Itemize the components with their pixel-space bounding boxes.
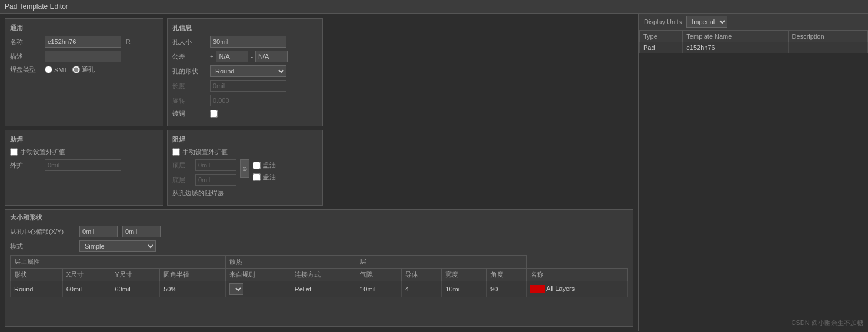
template-row-desc [788, 42, 867, 53]
offset-y-input[interactable] [122, 226, 161, 237]
solder-mask-section: 阻焊 手动设置外扩值 顶层 底层 [167, 130, 323, 206]
smt-radio-label[interactable]: SMT [45, 66, 68, 73]
desc-input[interactable] [45, 51, 121, 62]
solder-paste-title: 助焊 [10, 135, 158, 144]
display-units-label: Display Units [644, 18, 682, 25]
tolerance-minus-input[interactable] [255, 51, 288, 62]
tolerance-row: + - [210, 51, 288, 62]
mode-select[interactable]: Simple [79, 240, 156, 252]
header-angle: 角度 [487, 269, 527, 281]
header-width: 宽度 [442, 269, 487, 281]
bottom-layer-label: 底层 [172, 176, 193, 185]
header-name: 名称 [527, 269, 628, 281]
header-connection: 连接方式 [291, 269, 356, 281]
left-panel: 通用 名称 R 描述 焊盘类型 SMT [0, 14, 639, 331]
pad-type-label: 焊盘类型 [10, 65, 42, 74]
mask-manual-checkbox[interactable] [172, 148, 180, 156]
offset-x-input[interactable] [79, 226, 118, 237]
minus-label: - [251, 53, 253, 60]
top-solder-label: 盖油 [263, 161, 276, 170]
tolerance-plus-input[interactable] [216, 51, 248, 62]
header-fromrule: 来自规则 [225, 269, 291, 281]
plus-label: + [210, 53, 213, 60]
cell-ysize: 60mil [111, 281, 160, 297]
paste-manual-label: 手动设置外扩值 [20, 147, 65, 156]
paste-expansion-label: 外扩 [10, 161, 42, 170]
table-row: Round 60mil 60mil 50% ✓ Relief 10mil 4 1… [11, 281, 628, 297]
link-icon: ⊕ [240, 159, 249, 178]
hole-info-section: 孔信息 孔大小 公差 + - 孔的形状 [167, 18, 323, 126]
name-suffix: R [126, 38, 131, 45]
top-layer-label: 顶层 [172, 161, 193, 170]
cell-shape: Round [11, 281, 63, 297]
general-title: 通用 [10, 24, 158, 32]
cell-conductors: 4 [401, 281, 441, 297]
mask-manual-label: 手动设置外扩值 [182, 147, 228, 156]
layer-properties-header: 层上属性 [11, 256, 226, 269]
template-table: Type Template Name Description Pad c152h… [639, 31, 868, 53]
right-panel: Display Units Imperial Type Template Nam… [639, 14, 868, 331]
app-title: Pad Template Editor [5, 2, 68, 11]
layer-color-swatch [530, 285, 545, 293]
length-input [210, 80, 286, 92]
cell-airgap: 10mil [356, 281, 402, 297]
name-input[interactable] [45, 36, 121, 48]
top-solder-checkbox[interactable] [253, 162, 261, 169]
col-description: Description [788, 31, 867, 42]
header-xsize: X尺寸 [62, 269, 111, 281]
fromrule-dropdown[interactable]: ✓ [229, 283, 243, 295]
header-airgap: 气隙 [356, 269, 402, 281]
rotation-label: 旋转 [172, 96, 208, 105]
paste-manual-checkbox[interactable] [10, 148, 18, 156]
cell-angle: 90 [487, 281, 527, 297]
hole-info-title: 孔信息 [172, 24, 318, 32]
display-units-select[interactable]: Imperial [686, 16, 727, 28]
cell-width: 10mil [442, 281, 487, 297]
name-label: 名称 [10, 38, 42, 46]
template-row: Pad c152hn76 [640, 42, 868, 53]
solder-mask-title: 阻焊 [172, 135, 318, 144]
general-section: 通用 名称 R 描述 焊盘类型 SMT [5, 18, 163, 126]
pad-type-group: SMT 通孔 [45, 65, 95, 74]
layer-header: 层 [356, 256, 527, 269]
solder-paste-section: 助焊 手动设置外扩值 外扩 [5, 130, 163, 206]
plated-checkbox[interactable] [210, 110, 218, 118]
thermal-header: 散热 [225, 256, 356, 269]
hole-size-input[interactable] [210, 36, 286, 48]
bottom-solder-checkbox[interactable] [253, 173, 261, 181]
from-edge-label: 从孔边缘的阻焊层 [172, 189, 224, 197]
header-corner: 圆角半径 [160, 269, 225, 281]
paste-expansion-input [45, 159, 121, 171]
desc-label: 描述 [10, 52, 42, 61]
col-type: Type [640, 31, 683, 42]
shape-table: 层上属性 散热 层 形状 X尺寸 Y尺寸 圆角半径 来自规则 连接方式 气隙 导… [10, 255, 628, 297]
bottom-solder-label: 盖油 [263, 173, 276, 182]
through-radio-label[interactable]: 通孔 [72, 65, 95, 74]
length-label: 长度 [172, 82, 208, 90]
hole-shape-label: 孔的形状 [172, 67, 208, 76]
cell-layer: All Layers [527, 281, 628, 297]
cell-connection: Relief [291, 281, 356, 297]
cell-xsize: 60mil [62, 281, 111, 297]
mode-label: 模式 [10, 242, 75, 251]
template-row-name: c152hn76 [683, 42, 788, 53]
through-radio[interactable] [72, 66, 80, 73]
template-row-type: Pad [640, 42, 683, 53]
size-shape-section: 大小和形状 从孔中心偏移(X/Y) 模式 Simple 层上属性 散热 层 [5, 209, 633, 327]
size-shape-title: 大小和形状 [10, 213, 628, 222]
offset-label: 从孔中心偏移(X/Y) [10, 227, 75, 236]
plated-label: 镀铜 [172, 109, 208, 118]
layer-name: All Layers [546, 285, 575, 292]
header-shape: 形状 [11, 269, 63, 281]
cell-fromrule: ✓ [225, 281, 291, 297]
smt-radio[interactable] [45, 66, 52, 73]
top-layer-input [195, 159, 236, 171]
hole-shape-select[interactable]: Round [210, 65, 286, 77]
rotation-input [210, 95, 286, 106]
right-panel-header: Display Units Imperial [639, 14, 868, 31]
tolerance-label: 公差 [172, 52, 208, 61]
hole-size-label: 孔大小 [172, 38, 208, 46]
header-conductors: 导体 [401, 269, 441, 281]
col-template-name: Template Name [683, 31, 788, 42]
watermark: CSDN @小幽余生不加糖 [792, 318, 863, 327]
